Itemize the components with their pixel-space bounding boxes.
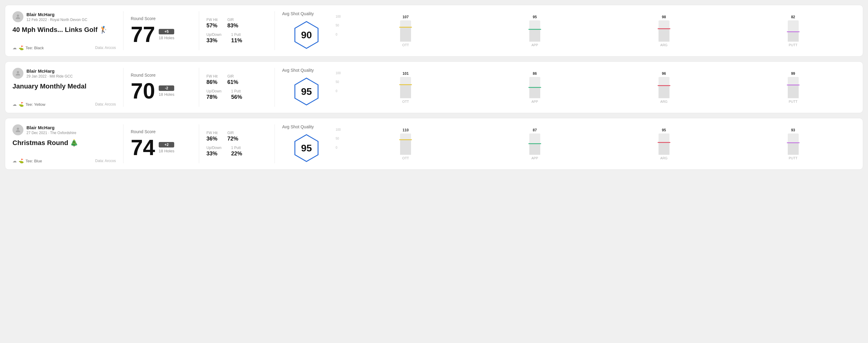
player-info: Blair McHarg 29 Jan 2022 · Mill Ride GCC [26, 68, 73, 79]
stats-row-top: FW Hit 86% GIR 61% [207, 74, 267, 86]
stat-one-putt-value: 22% [231, 151, 242, 157]
player-name: Blair McHarg [26, 12, 87, 17]
score-diff-badge: +2 [159, 142, 174, 148]
bar-line [787, 31, 800, 32]
chart-axis-label: OTT [402, 100, 409, 103]
stats-row-top: FW Hit 57% GIR 83% [207, 18, 267, 29]
divider [275, 124, 275, 163]
stat-gir: GIR 72% [227, 131, 238, 142]
chart-col: 99 PUTT [731, 71, 856, 103]
tee-info: ☁ ⛳ Tee: Yellow [12, 102, 45, 107]
chart-col: 82 PUTT [731, 15, 856, 47]
bar-bg [529, 133, 540, 155]
chart-value-label: 87 [533, 128, 537, 132]
chart-axis-label: ARG [660, 100, 668, 103]
bar-fill [529, 88, 540, 98]
bar-fill [529, 144, 540, 155]
player-date-course: 29 Jan 2022 · Mill Ride GCC [26, 74, 73, 79]
round-card: Blair McHarg 12 Feb 2022 · Royal North D… [5, 5, 863, 57]
data-source: Data: Arccos [95, 102, 116, 106]
chart-value-label: 86 [533, 71, 537, 76]
quality-section: Avg Shot Quality 95 [282, 124, 331, 163]
chart-col: 93 PUTT [731, 128, 856, 160]
bar-bg [529, 20, 540, 42]
stat-one-putt: 1 Putt 56% [231, 89, 242, 100]
hexagon-score: 95 [301, 86, 312, 97]
weather-icon: ☁ [12, 45, 17, 50]
score-diff-badge: +5 [159, 29, 174, 34]
hexagon-score: 95 [301, 143, 312, 154]
divider [199, 124, 199, 163]
quality-label: Avg Shot Quality [282, 11, 314, 16]
score-holes: 18 Holes [159, 92, 174, 97]
score-number: 70 [131, 80, 155, 102]
score-diff-badge: -2 [159, 86, 174, 91]
tee-label: Tee: Yellow [26, 102, 45, 107]
score-section: Round Score 77 +5 18 Holes [131, 11, 191, 50]
chart-section: 100 50 0 110 OTT 87 APP 95 ARG 93 [331, 124, 856, 163]
bar-fill [529, 30, 540, 42]
stats-row-bottom: Up/Down 33% 1 Putt 11% [207, 33, 267, 44]
chart-axis-label: ARG [660, 43, 668, 47]
stats-section: FW Hit 36% GIR 72% Up/Down 33% 1 Putt 22… [207, 124, 267, 163]
data-source: Data: Arccos [95, 159, 116, 163]
divider [275, 11, 275, 50]
svg-point-4 [17, 128, 19, 130]
score-details: +2 18 Holes [159, 142, 174, 153]
score-number: 77 [131, 23, 155, 45]
stat-one-putt: 1 Putt 11% [231, 33, 242, 44]
bar-line [528, 143, 541, 144]
chart-value-label: 101 [403, 71, 409, 76]
chart-col: 95 ARG [601, 128, 726, 160]
stat-fw-hit-label: FW Hit [207, 18, 218, 22]
chart-axis-label: APP [531, 156, 538, 160]
hexagon-container: 95 [282, 76, 331, 107]
bar-line [528, 87, 541, 88]
stat-up-down-label: Up/Down [207, 89, 221, 93]
chart-axis-label: PUTT [789, 156, 798, 160]
chart-axis-label: APP [531, 100, 538, 103]
chart-value-label: 95 [533, 15, 537, 19]
score-holes: 18 Holes [159, 149, 174, 153]
stat-fw-hit-value: 36% [207, 136, 218, 142]
player-name: Blair McHarg [26, 125, 76, 130]
data-source: Data: Arccos [95, 45, 116, 50]
bar-fill [658, 29, 670, 42]
stat-one-putt-label: 1 Putt [231, 146, 242, 150]
tee-label: Tee: Black [26, 45, 44, 50]
player-info: Blair McHarg 27 Dec 2021 · The Oxfordshi… [26, 125, 76, 135]
chart-value-label: 99 [791, 71, 795, 76]
stat-one-putt-label: 1 Putt [231, 33, 242, 37]
bar-bg [400, 20, 411, 42]
stats-row-top: FW Hit 36% GIR 72% [207, 131, 267, 142]
chart-section: 100 50 0 107 OTT 95 APP 98 ARG 82 [331, 11, 856, 50]
chart-value-label: 93 [791, 128, 795, 132]
chart-col: 87 APP [472, 128, 597, 160]
chart-col: 98 ARG [601, 15, 726, 47]
stat-up-down-value: 78% [207, 94, 221, 100]
divider [123, 11, 123, 50]
hexagon-score: 90 [301, 30, 312, 41]
score-section: Round Score 74 +2 18 Holes [131, 124, 191, 163]
score-main: 74 +2 18 Holes [131, 136, 191, 158]
chart-value-label: 95 [662, 128, 666, 132]
chart-col: 86 APP [472, 71, 597, 103]
stat-gir-label: GIR [227, 131, 238, 135]
divider [123, 68, 123, 107]
bar-bg [658, 133, 670, 155]
bar-bg [788, 20, 799, 42]
chart-value-label: 110 [403, 128, 409, 132]
hexagon: 95 [291, 133, 322, 163]
stat-fw-hit: FW Hit 36% [207, 131, 218, 142]
player-header: Blair McHarg 29 Jan 2022 · Mill Ride GCC [12, 68, 116, 79]
stat-up-down: Up/Down 78% [207, 89, 221, 100]
bar-bg [658, 20, 670, 42]
score-number: 74 [131, 136, 155, 158]
stats-row-bottom: Up/Down 33% 1 Putt 22% [207, 146, 267, 157]
quality-label: Avg Shot Quality [282, 68, 314, 73]
score-details: -2 18 Holes [159, 86, 174, 97]
player-header: Blair McHarg 12 Feb 2022 · Royal North D… [12, 11, 116, 22]
bar-line [399, 139, 412, 140]
score-holes: 18 Holes [159, 36, 174, 40]
tee-data-row: ☁ ⛳ Tee: Black Data: Arccos [12, 45, 116, 50]
